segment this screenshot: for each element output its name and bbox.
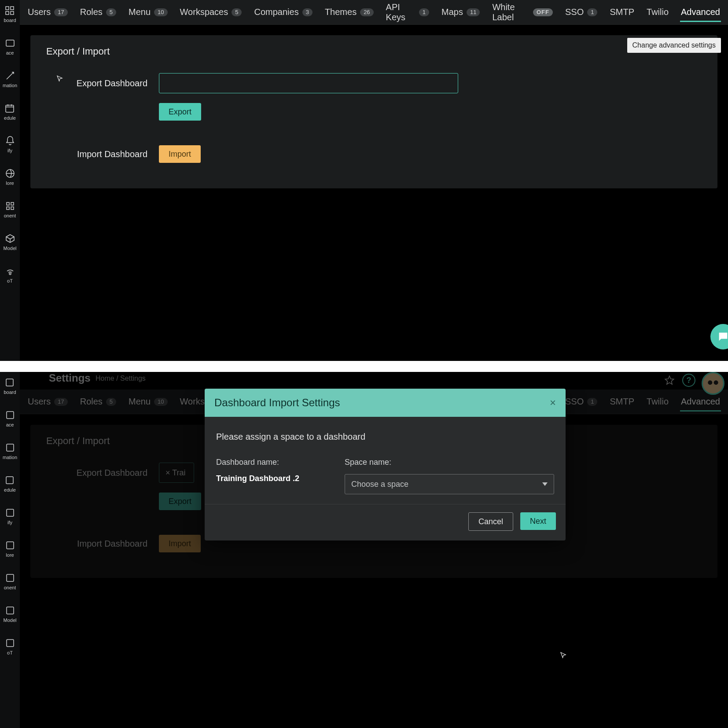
space-icon [5, 38, 15, 48]
sidebar-item-label: onent [4, 213, 16, 218]
iot-icon [5, 266, 15, 276]
chat-icon [717, 331, 728, 343]
sidebar-item-label: board [4, 390, 16, 395]
tab-badge: OFF [533, 8, 553, 16]
sidebar-item-notify[interactable]: ify [5, 507, 15, 525]
svg-rect-14 [7, 444, 14, 451]
tab-maps[interactable]: Maps11 [441, 3, 481, 22]
export-dashboard-input[interactable] [159, 73, 458, 93]
tab-menu[interactable]: Menu10 [128, 3, 169, 22]
space-icon [5, 410, 15, 420]
tab-badge: 26 [360, 8, 373, 16]
sidebar-item-model[interactable]: Model [4, 605, 17, 623]
tab-badge: 5 [106, 8, 116, 16]
sidebar-item-label: edule [4, 115, 16, 121]
sidebar-item-dashboard[interactable]: board [4, 5, 16, 23]
export-import-panel: Export / Import Export Dashboard Export … [30, 35, 717, 188]
sidebar-item-label: Model [4, 246, 17, 251]
modal-title: Dashboard Import Settings [214, 397, 340, 409]
tab-label: Users [28, 7, 51, 17]
sidebar-item-space[interactable]: ace [5, 38, 15, 55]
chat-bubble-button[interactable] [710, 324, 728, 349]
notify-icon [5, 136, 15, 146]
sidebar-item-iot[interactable]: oT [5, 266, 15, 283]
tab-badge: 1 [587, 8, 597, 16]
sidebar-item-label: mation [3, 455, 17, 460]
dashboard-name-label: Dashboard name: [216, 458, 335, 467]
model-icon [5, 605, 15, 616]
svg-rect-4 [6, 40, 14, 46]
import-button[interactable]: Import [159, 145, 201, 163]
explore-icon [5, 168, 15, 179]
sidebar-item-label: mation [3, 83, 17, 88]
tab-smtp[interactable]: SMTP [609, 3, 635, 22]
next-button[interactable]: Next [520, 512, 556, 530]
tab-label: SSO [565, 7, 584, 17]
tab-label: Twilio [647, 7, 669, 17]
sidebar-item-notify[interactable]: ify [5, 136, 15, 153]
tab-label: Roles [80, 7, 103, 17]
modal-header: Dashboard Import Settings × [205, 389, 566, 417]
app-sidebar: boardacemationeduleifyloreonentModeloT [0, 372, 20, 728]
sidebar-item-dashboard[interactable]: board [4, 377, 16, 395]
svg-rect-12 [6, 379, 13, 386]
tab-api-keys[interactable]: API Keys1 [385, 0, 430, 27]
sidebar-item-explore[interactable]: lore [5, 540, 15, 558]
app-sidebar: board ace mation edule ify lore [0, 0, 20, 361]
tab-white-label[interactable]: White LabelOFF [491, 0, 554, 27]
tab-badge: 1 [419, 8, 429, 16]
iot-icon [5, 638, 15, 648]
sidebar-item-iot[interactable]: oT [5, 638, 15, 655]
sidebar-item-label: ify [7, 148, 12, 153]
sidebar-item-automation[interactable]: mation [3, 442, 17, 460]
export-button[interactable]: Export [159, 103, 201, 121]
svg-rect-16 [7, 509, 14, 516]
tab-advanced[interactable]: Advanced [680, 3, 721, 22]
tab-label: Companies [254, 7, 298, 17]
sidebar-item-model[interactable]: Model [4, 233, 17, 251]
model-icon [5, 233, 15, 244]
settings-tabs: Users17Roles5Menu10Workspaces5Companies3… [20, 0, 728, 25]
notify-icon [5, 507, 15, 518]
sidebar-item-automation[interactable]: mation [3, 70, 17, 88]
sidebar-item-schedule[interactable]: edule [4, 103, 16, 121]
sidebar-item-explore[interactable]: lore [5, 168, 15, 186]
dashboard-icon [4, 5, 15, 16]
tab-workspaces[interactable]: Workspaces5 [179, 3, 243, 22]
sidebar-item-label: Model [4, 618, 17, 623]
sidebar-item-label: lore [6, 552, 14, 558]
modal-description: Please assign a space to a dashboard [216, 432, 554, 442]
automation-icon [5, 442, 15, 453]
sidebar-item-component[interactable]: onent [4, 573, 16, 590]
tab-themes[interactable]: Themes26 [324, 3, 375, 22]
sidebar-item-component[interactable]: onent [4, 201, 16, 218]
svg-rect-17 [7, 542, 14, 549]
svg-rect-19 [7, 607, 14, 614]
sidebar-item-schedule[interactable]: edule [4, 475, 16, 493]
tab-badge: 17 [54, 8, 67, 16]
schedule-icon [4, 475, 15, 485]
svg-rect-5 [6, 105, 14, 112]
sidebar-item-label: board [4, 18, 16, 23]
dashboard-import-modal: Dashboard Import Settings × Please assig… [205, 389, 566, 540]
space-select[interactable]: Choose a space [345, 474, 554, 494]
sidebar-item-label: ify [7, 520, 12, 525]
tab-badge: 3 [302, 8, 313, 16]
tab-sso[interactable]: SSO1 [564, 3, 598, 22]
close-icon: × [550, 397, 556, 408]
tab-label: White Label [492, 2, 529, 22]
sidebar-item-space[interactable]: ace [5, 410, 15, 427]
modal-close-button[interactable]: × [550, 397, 556, 409]
tab-companies[interactable]: Companies3 [253, 3, 313, 22]
cancel-button[interactable]: Cancel [468, 512, 513, 531]
component-icon [5, 201, 15, 211]
sidebar-item-label: edule [4, 487, 16, 493]
tab-label: API Keys [386, 2, 415, 22]
svg-rect-20 [7, 640, 14, 647]
panel-title: Export / Import [46, 46, 702, 57]
tab-twilio[interactable]: Twilio [646, 3, 669, 22]
tab-users[interactable]: Users17 [27, 3, 69, 22]
svg-point-11 [9, 273, 11, 275]
svg-rect-18 [7, 574, 14, 581]
tab-roles[interactable]: Roles5 [79, 3, 117, 22]
